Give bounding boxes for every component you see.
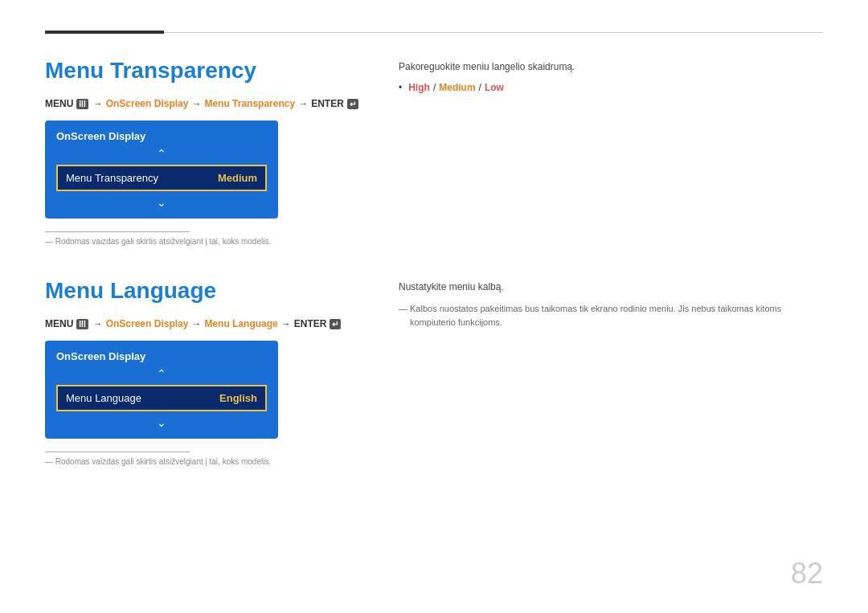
section1-osd-row-value: Medium: [218, 172, 257, 184]
breadcrumb-part1: OnScreen Display: [106, 98, 189, 109]
section-menu-transparency: Menu Transparency MENU III → OnScreen Di…: [45, 51, 823, 262]
section2-left: Menu Language MENU III → OnScreen Displa…: [45, 272, 366, 482]
opt-medium: Medium: [439, 82, 475, 93]
page-number: 82: [791, 557, 823, 591]
section1-footnote-text: ― Rodomas vaizdas gali skirtis atsižvelg…: [45, 237, 366, 246]
section2-title: Menu Language: [45, 278, 366, 304]
section1-left: Menu Transparency MENU III → OnScreen Di…: [45, 51, 366, 262]
breadcrumb-part2: Menu Transparency: [204, 98, 295, 109]
s2-breadcrumb-arrow3: →: [281, 318, 291, 329]
section2-osd-row-label: Menu Language: [66, 392, 141, 404]
s2-breadcrumb-menu-label: MENU: [45, 318, 73, 329]
section2-osd-row-value: English: [219, 392, 257, 404]
section1-osd-title: OnScreen Display: [56, 130, 267, 142]
section1-chevron-up: ⌃: [56, 147, 267, 160]
breadcrumb-enter-icon: ↵: [347, 99, 358, 109]
section-menu-language: Menu Language MENU III → OnScreen Displa…: [45, 272, 823, 482]
section1-osd-box: OnScreen Display ⌃ Menu Transparency Med…: [45, 121, 278, 219]
breadcrumb-arrow1: →: [93, 98, 103, 109]
s2-breadcrumb-enter-icon: ↵: [330, 319, 341, 329]
section2-footnote-divider: [45, 452, 190, 452]
opt-high: High: [408, 82, 430, 93]
section1-right: Pakoreguokite meniu langelio skaidrumą. …: [366, 51, 823, 262]
rule-thick: [45, 31, 164, 34]
section1-desc: Pakoreguokite meniu langelio skaidrumą.: [399, 59, 823, 74]
section2-breadcrumb: MENU III → OnScreen Display → Menu Langu…: [45, 318, 366, 329]
section2-chevron-down: ⌄: [56, 416, 267, 429]
section2-footnote-text: ― Rodomas vaizdas gali skirtis atsižvelg…: [45, 457, 366, 466]
section2-right: Nustatykite meniu kalbą. Kalbos nuostato…: [366, 272, 823, 482]
s2-breadcrumb-menu-icon: III: [76, 319, 88, 329]
breadcrumb-enter-label: ENTER: [311, 98, 344, 109]
opt-slash1: /: [433, 82, 436, 93]
section2-osd-row: Menu Language English: [56, 385, 267, 411]
section1-footnote-section: ― Rodomas vaizdas gali skirtis atsižvelg…: [45, 231, 366, 246]
section1-osd-row-label: Menu Transparency: [66, 172, 158, 184]
section1-footnote-divider: [45, 231, 190, 232]
section2-desc: Nustatykite meniu kalbą.: [399, 280, 823, 294]
s2-breadcrumb-arrow2: →: [191, 318, 201, 329]
top-rules: [45, 0, 823, 34]
rule-thin: [164, 32, 823, 33]
breadcrumb-menu-label: MENU: [45, 98, 73, 109]
section2-chevron-up: ⌃: [56, 367, 267, 380]
section1-title: Menu Transparency: [45, 58, 366, 84]
section1-osd-row: Menu Transparency Medium: [56, 165, 267, 191]
page: Menu Transparency MENU III → OnScreen Di…: [0, 0, 868, 613]
opt-low: Low: [485, 82, 504, 93]
section1-chevron-down: ⌄: [56, 196, 267, 209]
section2-footnote-section: ― Rodomas vaizdas gali skirtis atsižvelg…: [45, 452, 366, 466]
breadcrumb-menu-icon: III: [76, 99, 88, 109]
section1-breadcrumb: MENU III → OnScreen Display → Menu Trans…: [45, 98, 366, 109]
s2-breadcrumb-part1: OnScreen Display: [106, 318, 189, 329]
s2-breadcrumb-enter-label: ENTER: [294, 318, 327, 329]
section2-note: Kalbos nuostatos pakeitimas bus taikomas…: [399, 302, 823, 329]
s2-breadcrumb-part2: Menu Language: [204, 318, 277, 329]
breadcrumb-arrow3: →: [298, 98, 308, 109]
opt-slash2: /: [479, 82, 481, 93]
section1-options: High / Medium / Low: [399, 82, 823, 93]
s2-breadcrumb-arrow1: →: [93, 318, 103, 329]
section2-osd-title: OnScreen Display: [56, 350, 267, 362]
section2-osd-box: OnScreen Display ⌃ Menu Language English…: [45, 341, 278, 439]
breadcrumb-arrow2: →: [191, 98, 201, 109]
